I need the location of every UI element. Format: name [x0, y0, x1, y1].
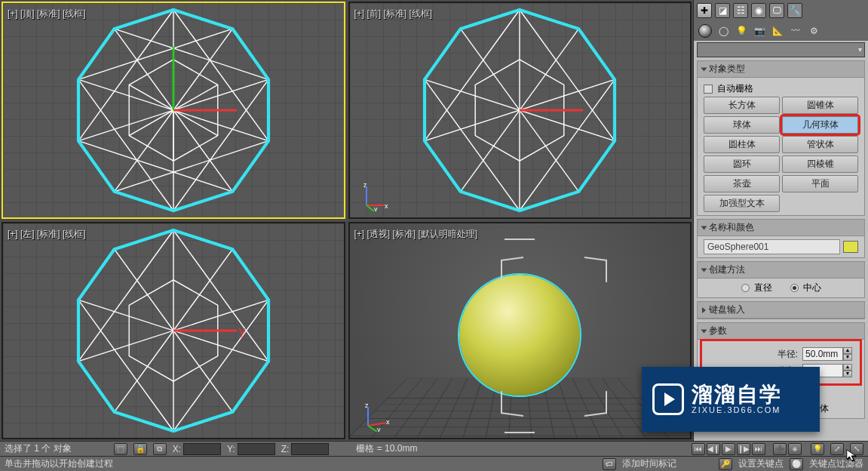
spinner-up-icon[interactable]: ▲ — [843, 347, 852, 354]
goto-start-icon[interactable]: ⏮ — [692, 443, 705, 455]
lock-icon[interactable]: 🔒 — [133, 443, 147, 455]
time-config-icon[interactable]: ⎈ — [788, 443, 802, 455]
rollout-title: 参数 — [709, 325, 727, 337]
lights-icon[interactable]: 💡 — [735, 24, 748, 38]
y-label: Y: — [227, 444, 235, 454]
spinner-up-icon[interactable]: ▲ — [843, 364, 852, 371]
radius-spinner[interactable]: ▲▼ — [802, 347, 852, 361]
x-label: X: — [173, 444, 181, 454]
radio-label: 直径 — [754, 282, 772, 294]
spinner-down-icon[interactable]: ▼ — [843, 371, 852, 377]
key-mode-icon[interactable]: ➕ — [773, 443, 787, 455]
prompt-text: 单击并拖动以开始创建过程 — [5, 457, 113, 470]
rollout-header[interactable]: 名称和颜色 — [698, 220, 864, 236]
goto-end-icon[interactable]: ⏭ — [752, 443, 765, 455]
spinner-down-icon[interactable]: ▼ — [843, 354, 852, 361]
svg-text:y: y — [374, 205, 378, 211]
primitive-button[interactable]: 管状体 — [782, 136, 858, 153]
svg-text:y: y — [377, 426, 381, 432]
transform-type-icon[interactable]: ⧉ — [153, 443, 167, 455]
z-input[interactable] — [291, 443, 329, 455]
primitive-button[interactable]: 四棱锥 — [782, 155, 858, 173]
cameras-icon[interactable]: 📷 — [753, 24, 766, 38]
svg-line-11 — [78, 29, 232, 79]
color-swatch[interactable] — [843, 241, 858, 253]
collapse-icon — [701, 226, 707, 229]
dropdown-caret-icon: ▾ — [858, 45, 862, 54]
prev-frame-icon[interactable]: ◀❙ — [707, 443, 720, 455]
selection-lock-icon[interactable]: ⬚ — [114, 443, 127, 455]
rollout-title: 名称和颜色 — [709, 221, 754, 234]
utilities-tab-icon[interactable]: 🔧 — [787, 3, 802, 18]
svg-text:z: z — [363, 181, 367, 189]
viewport-left[interactable]: [+] [左] [标准] [线框] y — [2, 222, 345, 439]
primitive-button[interactable]: 球体 — [704, 116, 780, 134]
play-icon[interactable]: ▶ — [722, 443, 735, 455]
rollout-header[interactable]: 创建方法 — [698, 262, 864, 279]
svg-line-28 — [520, 10, 615, 141]
next-frame-icon[interactable]: ❙▶ — [737, 443, 750, 455]
auto-grid-checkbox[interactable]: 自动栅格 — [704, 81, 858, 97]
time-tag-icon[interactable]: 🏷 — [603, 458, 616, 470]
key-filter-icon[interactable]: ⚪ — [790, 458, 803, 470]
create-category-tabs: ◯ 💡 📷 📐 〰 ⚙ — [694, 21, 868, 41]
collapse-icon — [701, 268, 707, 272]
shapes-icon[interactable]: ◯ — [716, 24, 730, 38]
logo-text: 溜溜自学 — [692, 384, 782, 405]
radio-diameter[interactable]: 直径 — [741, 282, 772, 294]
viewport-top[interactable]: [+] [顶] [标准] [线框] — [2, 2, 345, 219]
primitive-button[interactable]: 圆锥体 — [782, 97, 858, 114]
geometry-icon[interactable] — [698, 24, 712, 38]
rollout-name-color: 名称和颜色 — [697, 219, 865, 258]
svg-line-29 — [425, 10, 520, 141]
svg-line-10 — [114, 29, 268, 79]
svg-line-31 — [425, 79, 520, 211]
hierarchy-tab-icon[interactable]: ☷ — [733, 3, 748, 18]
viewport-perspective[interactable]: [+] [透视] [标准] [默认明暗处理] z x y — [348, 222, 692, 439]
systems-icon[interactable]: ⚙ — [807, 24, 820, 38]
modify-tab-icon[interactable]: ◪ — [715, 3, 730, 18]
y-input[interactable] — [238, 443, 275, 455]
primitive-button[interactable]: 加强型文本 — [704, 195, 780, 212]
primitive-button[interactable]: 几何球体 — [782, 116, 858, 134]
svg-line-49 — [173, 300, 268, 431]
primitive-button[interactable]: 圆柱体 — [704, 136, 780, 153]
radius-input[interactable] — [802, 347, 843, 361]
motion-tab-icon[interactable]: ◉ — [751, 3, 766, 18]
viewport-front[interactable]: [+] [前] [标准] [线框] z x y — [348, 2, 692, 219]
axis-gizmo-icon: z x y — [360, 402, 391, 432]
wireframe-geosphere-icon — [68, 5, 279, 216]
isolate-icon[interactable]: 💡 — [811, 443, 824, 455]
rollout-header[interactable]: 对象类型 — [698, 61, 864, 78]
collapse-icon — [701, 67, 707, 71]
viewport-label: [+] [透视] [标准] [默认明暗处理] — [354, 228, 478, 241]
object-name-input[interactable] — [704, 239, 840, 254]
selection-outline — [458, 273, 581, 397]
spacewarps-icon[interactable]: 〰 — [789, 24, 802, 38]
radio-icon — [741, 284, 750, 292]
primitive-button[interactable]: 圆环 — [704, 155, 780, 173]
rollout-header[interactable]: 参数 — [698, 323, 864, 340]
radio-center[interactable]: 中心 — [790, 282, 821, 294]
x-input[interactable] — [183, 443, 221, 455]
set-key-label[interactable]: 设置关键点 — [738, 457, 784, 470]
add-time-tag[interactable]: 添加时间标记 — [622, 457, 676, 470]
primitive-button[interactable]: 长方体 — [704, 97, 780, 114]
display-tab-icon[interactable]: 🖵 — [769, 3, 784, 18]
rollout-title: 创建方法 — [709, 263, 745, 276]
checkbox-icon — [704, 85, 713, 94]
helpers-icon[interactable]: 📐 — [771, 24, 784, 38]
category-dropdown[interactable]: 标准基本体 ▾ — [697, 42, 865, 57]
rollout-header[interactable]: 键盘输入 — [698, 302, 864, 319]
create-tab-icon[interactable]: ✚ — [697, 3, 712, 18]
set-key-button[interactable]: 🔑 — [719, 458, 732, 470]
viewport-nav-icon[interactable]: ⤢ — [830, 443, 844, 455]
svg-line-48 — [78, 230, 173, 362]
grid-readout: 栅格 = 10.0mm — [356, 442, 417, 455]
svg-line-30 — [520, 79, 615, 211]
axis-gizmo-icon: z x y — [360, 181, 391, 211]
svg-text:z: z — [365, 402, 369, 409]
primitive-button[interactable]: 平面 — [782, 175, 858, 192]
collapse-icon — [701, 329, 707, 333]
primitive-button[interactable]: 茶壶 — [704, 175, 780, 192]
